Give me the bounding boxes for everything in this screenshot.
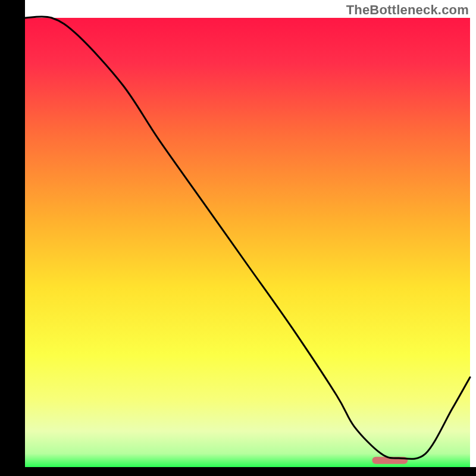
chart-stage: TheBottleneck.com — [0, 0, 476, 476]
axis-left — [0, 0, 25, 476]
axis-bottom — [0, 467, 476, 476]
plot-background — [25, 18, 470, 467]
bottleneck-chart — [0, 0, 476, 476]
